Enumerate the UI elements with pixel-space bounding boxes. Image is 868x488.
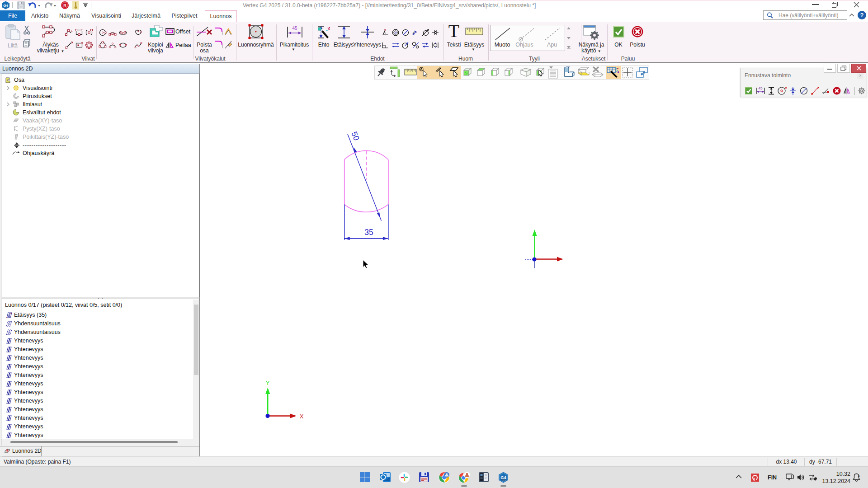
svg-text:R: R: [63, 3, 66, 8]
svg-text:G4: G4: [500, 475, 506, 480]
svg-text:2025: 2025: [502, 479, 505, 481]
svg-text:G4: G4: [3, 4, 8, 8]
svg-text:z: z: [858, 474, 860, 477]
svg-text:Y: Y: [266, 380, 270, 386]
svg-text:45: 45: [292, 26, 297, 31]
svg-text:X: X: [300, 413, 304, 420]
svg-text:35: 35: [364, 228, 373, 237]
svg-text:50: 50: [349, 130, 361, 142]
